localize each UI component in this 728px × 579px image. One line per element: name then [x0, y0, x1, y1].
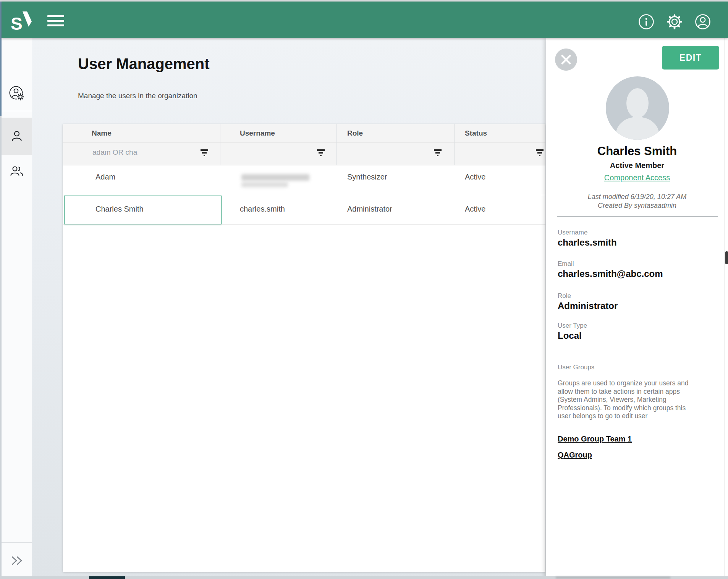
panel-user-name: Charles Smith	[546, 144, 728, 158]
sidebar-item-user-settings[interactable]	[2, 77, 32, 110]
filter-icon[interactable]	[433, 149, 443, 157]
info-icon[interactable]	[638, 13, 655, 30]
created-by-text: Created By syntasaadmin	[546, 202, 728, 210]
brand-slash-icon	[22, 11, 32, 27]
cell-status[interactable]: Active	[465, 205, 485, 213]
cell-name[interactable]: Adam	[95, 173, 115, 181]
user-groups-description: Groups are used to organize your users a…	[558, 379, 692, 421]
redacted-username	[241, 182, 288, 187]
cell-status[interactable]: Active	[465, 173, 485, 181]
close-icon	[555, 49, 577, 71]
edit-button[interactable]: EDIT	[662, 46, 719, 70]
field-label-username: Username	[558, 229, 587, 236]
page-subtitle: Manage the users in the organization	[78, 92, 197, 100]
settings-gear-icon[interactable]	[666, 13, 683, 30]
column-header-username[interactable]: Username	[240, 129, 275, 137]
account-circle-icon[interactable]	[694, 13, 711, 30]
component-access-link[interactable]: Component Access	[546, 173, 728, 182]
field-value-role: Administrator	[558, 301, 618, 311]
filter-icon[interactable]	[199, 149, 209, 157]
users-table: Name Username Role Status Adam Synthesiz…	[63, 124, 545, 572]
group-link-demo-group-team-1[interactable]: Demo Group Team 1	[558, 435, 632, 443]
app-window: S	[0, 0, 728, 579]
user-settings-icon	[8, 85, 26, 102]
column-header-role[interactable]: Role	[347, 129, 363, 137]
panel-divider	[557, 216, 718, 217]
status-filter-input[interactable]	[465, 148, 512, 157]
panel-membership-status: Active Member	[546, 161, 728, 170]
field-label-user-type: User Type	[558, 322, 587, 330]
window-edge-artifact	[89, 576, 125, 579]
user-group-icon	[8, 163, 25, 179]
scrollbar-track	[725, 38, 725, 579]
field-value-username: charles.smith	[558, 237, 617, 248]
column-divider	[336, 124, 337, 165]
field-label-role: Role	[558, 292, 571, 300]
double-chevron-right-icon	[9, 554, 24, 568]
row-divider	[63, 195, 545, 195]
cell-role[interactable]: Administrator	[347, 205, 392, 213]
page-title: User Management	[78, 55, 210, 73]
field-value-email: charles.smith@abc.com	[558, 268, 663, 279]
close-panel-button[interactable]	[555, 49, 577, 71]
column-divider	[220, 124, 220, 165]
menu-icon[interactable]	[47, 15, 64, 27]
name-filter-input[interactable]	[92, 148, 177, 157]
scrollbar-thumb[interactable]	[725, 251, 728, 264]
filter-icon[interactable]	[535, 149, 545, 157]
filter-icon[interactable]	[316, 149, 326, 157]
field-label-email: Email	[558, 260, 574, 268]
role-filter-input[interactable]	[347, 148, 406, 157]
redacted-username	[241, 174, 309, 181]
column-header-status[interactable]: Status	[465, 129, 487, 137]
brand-letter: S	[11, 14, 22, 34]
window-edge-artifact	[556, 577, 670, 579]
app-header: S	[2, 2, 728, 38]
sidebar-divider	[2, 111, 32, 111]
expand-sidebar-button[interactable]	[2, 542, 32, 579]
row-divider	[63, 224, 545, 225]
cell-role[interactable]: Synthesizer	[347, 173, 387, 181]
cell-username[interactable]: charles.smith	[240, 205, 285, 213]
user-groups-label: User Groups	[558, 364, 594, 371]
brand-logo[interactable]: S	[11, 11, 37, 30]
table-filter-row	[63, 142, 545, 165]
avatar	[606, 76, 669, 140]
sidebar-item-user-groups[interactable]	[2, 155, 32, 188]
user-detail-panel: EDIT Charles Smith Active Member Compone…	[546, 38, 728, 579]
group-link-qagroup[interactable]: QAGroup	[558, 451, 592, 459]
cell-name[interactable]: Charles Smith	[95, 205, 144, 213]
sidebar	[2, 38, 32, 579]
column-divider	[454, 124, 455, 165]
column-header-name[interactable]: Name	[92, 129, 112, 137]
sidebar-item-users[interactable]	[2, 118, 32, 155]
table-header-row: Name Username Role Status	[63, 124, 545, 142]
user-icon	[9, 129, 24, 144]
username-filter-input[interactable]	[240, 148, 299, 157]
last-modified-text: Last modified 6/19/20, 10:27 AM	[546, 193, 728, 201]
field-value-user-type: Local	[558, 330, 582, 341]
